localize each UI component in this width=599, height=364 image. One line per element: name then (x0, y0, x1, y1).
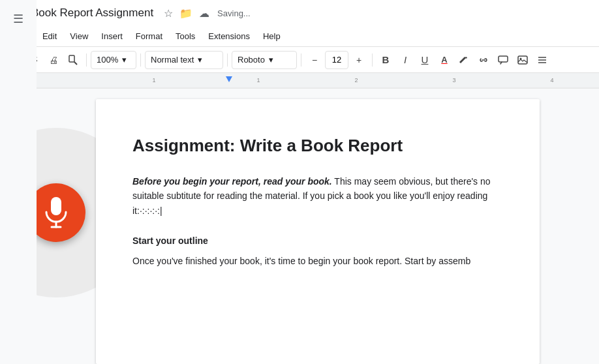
font-size-decrease-button[interactable]: − (305, 51, 324, 69)
insert-image-button[interactable] (514, 51, 532, 69)
zoom-chevron-icon: ▾ (122, 55, 127, 65)
menu-help[interactable]: Help (258, 29, 286, 44)
print-button[interactable]: 🖨 (44, 51, 63, 69)
font-value: Roboto (238, 55, 265, 65)
doc-area: Assignment: Write a Book Report Before y… (37, 89, 599, 364)
text-color-button[interactable]: A (435, 51, 453, 69)
font-size-area: − + (305, 51, 368, 69)
document-title: Book Report Assignment (31, 7, 153, 20)
paragraph-1: Before you begin your report, read your … (132, 174, 503, 218)
zoom-selector[interactable]: 100% ▾ (91, 51, 136, 69)
bold-button[interactable]: B (376, 51, 395, 69)
outline-icon[interactable]: ☰ (8, 7, 29, 31)
italic-button[interactable]: I (396, 51, 414, 69)
bold-italic-text: Before you begin your report, read your … (132, 176, 332, 187)
cloudsync-icon[interactable]: ☁ (199, 7, 209, 20)
main-layout: 1 1 2 3 4 ☰ Assignment: W (0, 73, 599, 364)
zoom-value: 100% (97, 55, 118, 65)
font-size-input[interactable] (325, 51, 348, 69)
sidebar: ☰ (0, 0, 37, 364)
style-value: Normal text (151, 55, 194, 65)
svg-rect-6 (499, 56, 508, 62)
voice-button[interactable] (37, 183, 85, 242)
svg-text:3: 3 (452, 77, 455, 83)
document-heading: Assignment: Write a Book Report (132, 136, 503, 156)
ruler: 1 1 2 3 4 (37, 73, 599, 89)
star-icon[interactable]: ☆ (164, 7, 173, 20)
menu-edit[interactable]: Edit (37, 29, 62, 44)
svg-text:4: 4 (550, 77, 553, 83)
menu-view[interactable]: View (65, 29, 93, 44)
highlight-button[interactable] (455, 51, 473, 69)
saving-status: Saving... (217, 8, 251, 18)
paintformat-button[interactable] (64, 51, 82, 69)
svg-text:2: 2 (354, 77, 358, 83)
menu-extensions[interactable]: Extensions (203, 29, 255, 44)
divider-4 (301, 53, 301, 67)
menu-insert[interactable]: Insert (96, 29, 128, 44)
section-1-body: Once you've finished your book, it's tim… (132, 254, 503, 268)
menu-bar: File Edit View Insert Format Tools Exten… (0, 26, 599, 47)
svg-text:1: 1 (152, 77, 155, 83)
font-selector[interactable]: Roboto ▾ (232, 51, 297, 69)
section-1-title: Start your outline (132, 234, 503, 248)
style-selector[interactable]: Normal text ▾ (145, 51, 223, 69)
more-options-button[interactable] (533, 51, 551, 69)
toolbar: 🖨 100% ▾ Normal text ▾ Roboto ▾ − + B I … (0, 47, 599, 73)
svg-rect-12 (37, 73, 599, 89)
svg-rect-4 (69, 55, 74, 62)
document-body[interactable]: Before you begin your report, read your … (132, 174, 503, 268)
menu-format[interactable]: Format (131, 29, 168, 44)
link-button[interactable] (474, 51, 493, 69)
mic-icon (44, 196, 69, 229)
menu-tools[interactable]: Tools (170, 29, 200, 44)
divider-5 (372, 53, 373, 67)
title-bar: Book Report Assignment ☆ 📁 ☁ Saving... (0, 0, 599, 26)
svg-rect-7 (518, 56, 527, 64)
document-page[interactable]: Assignment: Write a Book Report Before y… (96, 99, 540, 364)
divider-1 (86, 53, 87, 67)
folder-icon[interactable]: 📁 (179, 7, 192, 20)
title-icon-group: ☆ 📁 ☁ (164, 7, 209, 20)
font-size-increase-button[interactable]: + (350, 51, 368, 69)
font-chevron-icon: ▾ (269, 55, 273, 65)
divider-3 (227, 53, 228, 67)
underline-button[interactable]: U (416, 51, 434, 69)
svg-text:1: 1 (256, 77, 260, 83)
insert-comment-button[interactable] (494, 51, 512, 69)
divider-2 (140, 53, 141, 67)
style-chevron-icon: ▾ (198, 55, 202, 65)
svg-line-5 (74, 62, 77, 65)
